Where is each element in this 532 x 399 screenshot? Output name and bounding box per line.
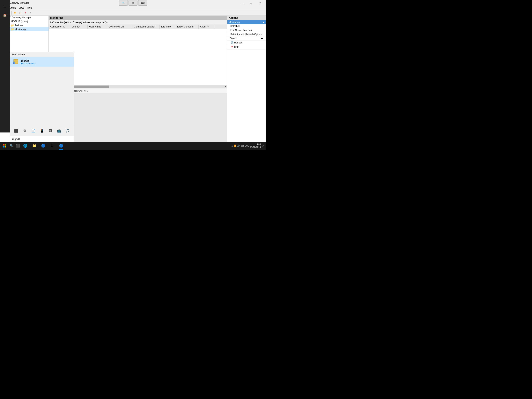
language-label[interactable]: ENG [245,145,249,147]
tree-mobius-label: MOBIUS (Local) [11,20,28,23]
close-button[interactable]: ✕ [255,0,265,6]
taskbar-app1[interactable]: 🔵 [39,142,48,150]
keyboard-icon[interactable]: ⌨ [241,145,244,147]
svg-rect-4 [13,62,14,62]
actions-header: Actions [227,16,266,20]
tree-policies[interactable]: ▶ 📁 Policies [7,23,49,27]
start-menu-empty [10,67,74,125]
start-menu-regedit[interactable]: regedit Run command [10,57,74,67]
action-refresh-label: Set Automatic Refresh Options [230,33,262,36]
action-set-refresh[interactable]: Set Automatic Refresh Options [227,32,266,36]
start-icon-media[interactable]: 📺 [55,127,63,135]
regedit-name: regedit [21,59,35,62]
taskbar-clock[interactable]: 13:39 27/10/2016 [250,143,261,149]
title-bar: 🖥 RD Gateway Manager 🔍 ≡ ⌨ — ❐ ✕ [0,0,266,6]
actions-section-arrow: ▲ [262,21,265,24]
col-user-name: User Name [88,25,107,29]
refresh-icon: 🔄 [230,41,234,44]
toolbar-btn-4[interactable]: 📋 [18,11,22,15]
regedit-text: regedit Run command [21,59,35,65]
minimize-button[interactable]: — [238,0,247,6]
edge-icon: 🌐 [23,144,27,148]
actions-section-monitoring[interactable]: Monitoring ▲ [227,20,266,24]
win-logo-red [3,144,5,146]
hamburger-button[interactable]: ☰ [0,1,10,10]
tree-mobius[interactable]: ▼ 🖥 MOBIUS (Local) [3,19,49,23]
status-text: 0 Connection(s) from 0 user(s) to 0 remo… [50,21,108,24]
col-client-ip: Client IP [199,25,214,29]
start-icon-tablet[interactable]: 📱 [38,127,46,135]
search-input[interactable] [12,138,71,141]
keyboard-toolbar-btn[interactable]: ⌨ [138,0,147,6]
home-button[interactable]: 🏠 [0,11,10,19]
start-button[interactable] [1,142,9,150]
svg-rect-8 [13,63,14,64]
svg-rect-6 [13,63,14,63]
start-sidebar: ☰ 🏠 [0,0,10,133]
menu-bar: File Action View Help [0,6,266,10]
regedit-sub: Run command [21,62,35,65]
taskbar-settings[interactable]: ⚙ [48,142,57,150]
toolbar: ◀ ▶ 📂 📋 ❓ ⚙ [0,10,266,16]
action-help-label: Help [234,46,239,49]
start-icon-settings[interactable]: ⚙ [21,127,29,135]
action-refresh2-label: Refresh [234,41,242,44]
network-icon[interactable]: 📶 [234,145,236,147]
taskbar-search-button[interactable]: 🔍 [9,143,15,149]
taskbar-explorer[interactable]: 📁 [30,142,38,150]
tree-monitoring[interactable]: 📁 Monitoring [7,27,49,31]
start-icon-photos[interactable]: 🖼 [47,127,54,135]
taskbar-app2[interactable]: 🔵 [57,142,65,150]
help-icon: ❓ [230,45,234,49]
menu-help[interactable]: Help [25,6,33,10]
volume-icon[interactable]: 🔊 [237,145,240,147]
svg-rect-7 [14,63,14,63]
bottom-info: connections to this RD Gateway server. [49,88,227,93]
start-menu: Best match regedit Run command ⬛ ⚙ [10,52,74,142]
action-help[interactable]: ❓ Help [227,45,266,50]
regedit-icon [12,58,19,65]
taskbar-edge[interactable]: 🌐 [21,142,30,150]
horizontal-scrollbar[interactable]: ▶ [49,85,227,88]
start-search-bar [10,136,74,142]
status-bar: 0 Connection(s) from 0 user(s) to 0 remo… [49,20,227,25]
taskbar: 🔍 ⬛ 🌐 📁 🔵 ⚙ 🔵 ∧ 📶 🔊 ⌨ ENG 13:39 27/10/20… [0,142,266,150]
center-header-title: Monitoring [50,16,63,19]
start-icon-documents[interactable]: ⬛ [12,127,20,135]
home-icon: 🏠 [3,13,7,17]
action-refresh[interactable]: 🔄 Refresh [227,40,266,45]
explorer-icon: 📁 [32,144,36,148]
menu-view[interactable]: View [17,6,25,10]
scroll-right-btn[interactable]: ▶ [224,85,227,88]
toolbar-btn-3[interactable]: 📂 [13,11,17,15]
action-edit-connection-limit[interactable]: Edit Connection Limit [227,28,266,32]
start-icon-files[interactable]: 📄 [29,127,37,135]
table-body[interactable] [49,29,227,85]
app1-icon: 🔵 [41,144,45,148]
toolbar-separator [12,11,12,15]
restore-button[interactable]: ❐ [247,0,255,6]
toolbar-btn-5[interactable]: ❓ [23,11,27,15]
tray-arrow[interactable]: ∧ [231,145,233,147]
action-select-all[interactable]: Select All [227,24,266,28]
taskbar-search-icon: 🔍 [10,144,14,148]
task-view-button[interactable]: ⬛ [15,143,21,149]
col-connection-id: Connection ID [49,25,70,29]
center-panel: Monitoring 0 Connection(s) from 0 user(s… [49,16,227,149]
search-toolbar-btn[interactable]: 🔍 [119,0,128,6]
menu-toolbar-btn[interactable]: ≡ [128,0,138,6]
task-view-icon: ⬛ [16,144,20,148]
table-header: Connection ID User ID User Name Connecte… [49,25,227,29]
notification-icon[interactable]: 🗨 [261,145,264,147]
app2-icon: 🔵 [59,144,63,148]
start-icon-music[interactable]: 🎵 [64,127,71,135]
svg-rect-9 [14,63,14,64]
win-logo-yellow [5,146,6,148]
action-view[interactable]: View ▶ [227,36,266,40]
tree-root-label: RD Gateway Manager [8,16,31,19]
clock-date: 27/10/2016 [250,146,261,149]
col-idle-time: Idle Time [160,25,175,29]
taskbar-pinned-apps: 🌐 📁 🔵 ⚙ 🔵 [21,142,65,150]
action-view-label: View [230,37,235,40]
toolbar-btn-6[interactable]: ⚙ [28,11,32,15]
